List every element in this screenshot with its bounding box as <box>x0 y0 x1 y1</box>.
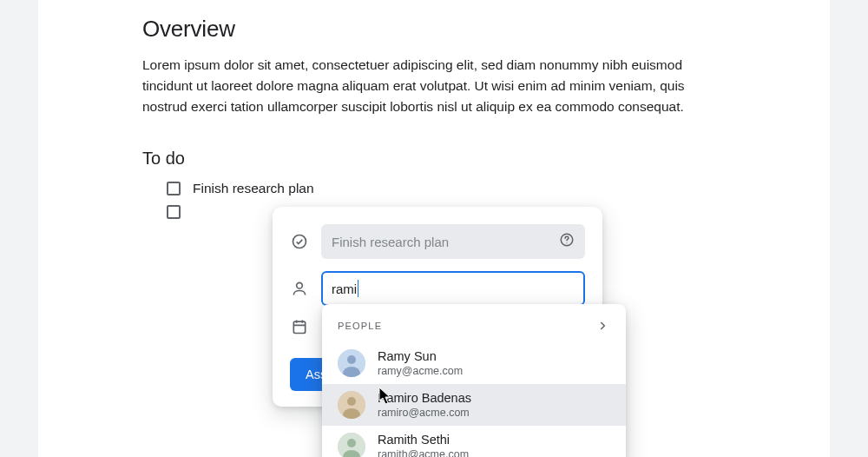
people-autocomplete-dropdown: PEOPLE Ramy Sun ramy@acme.com Ramiro Bad… <box>322 304 626 457</box>
people-suggestion-name: Ramy Sun <box>378 349 463 364</box>
todo-heading: To do <box>142 149 726 169</box>
avatar <box>338 391 365 419</box>
people-suggestion[interactable]: Ramith Sethi ramith@acme.com <box>322 426 626 457</box>
svg-point-2 <box>566 242 567 243</box>
task-assignee-row: rami <box>290 271 585 306</box>
people-suggestion-email: ramy@acme.com <box>378 365 463 377</box>
avatar <box>338 433 365 457</box>
people-suggestion-name: Ramith Sethi <box>378 433 469 447</box>
checkbox-icon[interactable] <box>167 182 181 195</box>
people-suggestion-text: Ramy Sun ramy@acme.com <box>378 349 463 376</box>
svg-point-3 <box>297 282 303 288</box>
overview-heading: Overview <box>142 16 726 43</box>
overview-body: Lorem ipsum dolor sit amet, consectetuer… <box>142 55 726 117</box>
svg-point-9 <box>347 397 356 406</box>
assignee-input[interactable]: rami <box>321 271 585 306</box>
avatar <box>338 349 365 377</box>
task-title-placeholder: Finish research plan <box>332 235 449 249</box>
people-suggestion-text: Ramith Sethi ramith@acme.com <box>378 433 469 457</box>
people-suggestion-name: Ramiro Badenas <box>378 391 471 406</box>
svg-point-6 <box>347 355 356 364</box>
help-icon[interactable] <box>559 232 575 251</box>
checkbox-icon[interactable] <box>167 205 181 219</box>
document-page: Overview Lorem ipsum dolor sit amet, con… <box>38 0 830 457</box>
calendar-icon[interactable] <box>290 318 309 335</box>
todo-item[interactable]: Finish research plan <box>167 181 726 196</box>
people-suggestion[interactable]: Ramy Sun ramy@acme.com <box>322 342 626 384</box>
people-suggestion-email: ramiro@acme.com <box>378 407 471 419</box>
people-suggestion[interactable]: Ramiro Badenas ramiro@acme.com <box>322 384 626 426</box>
svg-point-12 <box>347 439 356 447</box>
svg-rect-4 <box>293 321 305 333</box>
check-circle-icon <box>290 233 309 250</box>
task-title-row: Finish research plan <box>290 224 585 259</box>
people-suggestion-text: Ramiro Badenas ramiro@acme.com <box>378 391 471 418</box>
text-cursor <box>358 280 358 297</box>
task-title-input[interactable]: Finish research plan <box>321 224 585 259</box>
person-icon <box>290 280 309 297</box>
assignee-input-value: rami <box>332 281 357 296</box>
todo-item-label: Finish research plan <box>193 181 314 196</box>
chevron-right-icon[interactable] <box>595 318 610 334</box>
svg-point-0 <box>293 235 306 248</box>
people-suggestion-email: ramith@acme.com <box>378 448 469 457</box>
people-header-label: PEOPLE <box>338 321 382 331</box>
people-dropdown-header: PEOPLE <box>322 311 626 342</box>
